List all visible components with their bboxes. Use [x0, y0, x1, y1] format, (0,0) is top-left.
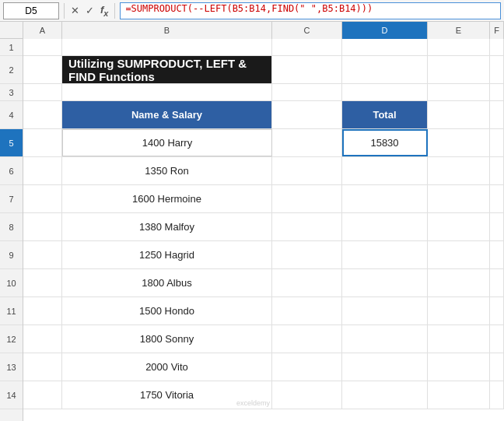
cell-c4[interactable]: [272, 101, 342, 128]
cell-a8[interactable]: [23, 213, 62, 240]
row-num-6[interactable]: 6: [0, 157, 23, 185]
cell-d7[interactable]: [342, 185, 428, 212]
cell-f7[interactable]: [490, 185, 504, 212]
cell-d12[interactable]: [342, 325, 428, 353]
cell-d14[interactable]: [342, 381, 428, 409]
cell-d2[interactable]: [342, 56, 428, 83]
cell-f1[interactable]: [490, 39, 504, 55]
cell-b14[interactable]: 1750 Vitoria exceldemy: [62, 381, 272, 409]
cell-b8[interactable]: 1380 Malfoy: [62, 213, 272, 240]
cell-a10[interactable]: [23, 269, 62, 296]
cell-c5[interactable]: [272, 129, 342, 156]
cell-d11[interactable]: [342, 297, 428, 325]
cell-c14[interactable]: [272, 381, 342, 409]
cell-e12[interactable]: [428, 325, 490, 353]
cell-d3[interactable]: [342, 84, 428, 100]
cell-b9[interactable]: 1250 Hagrid: [62, 241, 272, 268]
cell-a7[interactable]: [23, 185, 62, 212]
cell-b12[interactable]: 1800 Sonny: [62, 325, 272, 353]
cell-e10[interactable]: [428, 269, 490, 296]
cell-f14[interactable]: [490, 381, 504, 409]
cell-f6[interactable]: [490, 157, 504, 184]
cell-e2[interactable]: [428, 56, 490, 83]
cell-d13[interactable]: [342, 353, 428, 381]
cell-b10[interactable]: 1800 Albus: [62, 269, 272, 296]
cell-f5[interactable]: [490, 129, 504, 156]
name-box[interactable]: D5: [3, 2, 59, 19]
col-header-c[interactable]: C: [272, 22, 342, 39]
cell-e4[interactable]: [428, 101, 490, 128]
cell-c6[interactable]: [272, 157, 342, 184]
cell-e8[interactable]: [428, 213, 490, 240]
cell-e7[interactable]: [428, 185, 490, 212]
cell-e9[interactable]: [428, 241, 490, 268]
cell-c10[interactable]: [272, 269, 342, 296]
cell-b6[interactable]: 1350 Ron: [62, 157, 272, 184]
cell-a3[interactable]: [23, 84, 62, 100]
cell-a9[interactable]: [23, 241, 62, 268]
cell-a11[interactable]: [23, 297, 62, 325]
cell-d4[interactable]: Total: [342, 101, 428, 128]
formula-input[interactable]: =SUMPRODUCT(--LEFT(B5:B14,FIND(" ",B5:B1…: [120, 2, 501, 19]
cell-a14[interactable]: [23, 381, 62, 409]
cell-a12[interactable]: [23, 325, 62, 353]
cell-c3[interactable]: [272, 84, 342, 100]
cell-c7[interactable]: [272, 185, 342, 212]
cell-b11[interactable]: 1500 Hondo: [62, 297, 272, 325]
row-num-7[interactable]: 7: [0, 185, 23, 213]
cell-f10[interactable]: [490, 269, 504, 296]
row-num-5[interactable]: 5: [0, 129, 23, 157]
cell-b3[interactable]: [62, 84, 272, 100]
cancel-icon[interactable]: ✕: [69, 5, 81, 16]
row-num-4[interactable]: 4: [0, 101, 23, 129]
cell-c13[interactable]: [272, 353, 342, 381]
cell-e6[interactable]: [428, 157, 490, 184]
cell-a5[interactable]: [23, 129, 62, 156]
cell-b13[interactable]: 2000 Vito: [62, 353, 272, 381]
cell-f12[interactable]: [490, 325, 504, 353]
col-header-e[interactable]: E: [428, 22, 490, 39]
row-num-11[interactable]: 11: [0, 297, 23, 325]
cell-e14[interactable]: [428, 381, 490, 409]
cell-f8[interactable]: [490, 213, 504, 240]
cell-c2[interactable]: [272, 56, 342, 83]
col-header-d[interactable]: D: [342, 22, 428, 39]
row-num-2[interactable]: 2: [0, 56, 23, 84]
cell-e1[interactable]: [428, 39, 490, 55]
cell-b1[interactable]: [62, 39, 272, 55]
cell-f9[interactable]: [490, 241, 504, 268]
cell-f2[interactable]: [490, 56, 504, 83]
cell-d10[interactable]: [342, 269, 428, 296]
cell-d1[interactable]: [342, 39, 428, 55]
cell-a4[interactable]: [23, 101, 62, 128]
cell-d8[interactable]: [342, 213, 428, 240]
cell-b4[interactable]: Name & Salary: [62, 101, 272, 128]
cell-b7[interactable]: 1600 Hermoine: [62, 185, 272, 212]
cell-d6[interactable]: [342, 157, 428, 184]
row-num-10[interactable]: 10: [0, 269, 23, 297]
cell-d5[interactable]: 15830: [342, 129, 428, 156]
cell-a6[interactable]: [23, 157, 62, 184]
cell-a1[interactable]: [23, 39, 62, 55]
col-header-a[interactable]: A: [23, 22, 62, 39]
cell-f4[interactable]: [490, 101, 504, 128]
cell-f3[interactable]: [490, 84, 504, 100]
confirm-icon[interactable]: ✓: [84, 5, 96, 16]
cell-c12[interactable]: [272, 325, 342, 353]
row-num-3[interactable]: 3: [0, 84, 23, 101]
cell-c1[interactable]: [272, 39, 342, 55]
row-num-8[interactable]: 8: [0, 213, 23, 241]
cell-c11[interactable]: [272, 297, 342, 325]
insert-function-icon[interactable]: fx: [99, 4, 110, 18]
cell-f11[interactable]: [490, 297, 504, 325]
row-num-12[interactable]: 12: [0, 325, 23, 353]
cell-c9[interactable]: [272, 241, 342, 268]
cell-b2[interactable]: Utilizing SUMPRODUCT, LEFT & FIND Functi…: [62, 56, 272, 83]
cell-b5[interactable]: 1400 Harry: [62, 129, 272, 156]
col-header-f[interactable]: F: [490, 22, 504, 39]
row-num-9[interactable]: 9: [0, 241, 23, 269]
cell-e5[interactable]: [428, 129, 490, 156]
cell-a13[interactable]: [23, 353, 62, 381]
cell-d9[interactable]: [342, 241, 428, 268]
cell-e3[interactable]: [428, 84, 490, 100]
